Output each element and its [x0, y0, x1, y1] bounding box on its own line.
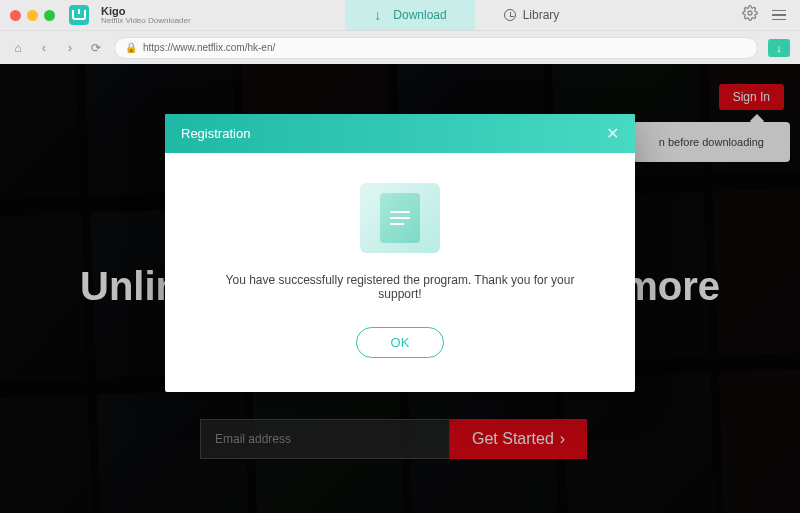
close-icon[interactable]: ✕ — [606, 124, 619, 143]
menu-icon[interactable] — [772, 10, 786, 21]
url-input[interactable]: 🔒 https://www.netflix.com/hk-en/ — [114, 37, 758, 59]
success-document-icon — [360, 183, 440, 253]
tab-library[interactable]: Library — [475, 0, 588, 30]
settings-icon[interactable] — [742, 5, 758, 25]
url-text: https://www.netflix.com/hk-en/ — [143, 42, 275, 53]
lock-icon: 🔒 — [125, 42, 137, 53]
addressbar: ⌂ ‹ › ⟳ 🔒 https://www.netflix.com/hk-en/… — [0, 30, 800, 64]
content-area: Unlin more Email address Get Started › S… — [0, 64, 800, 513]
reload-icon[interactable]: ⟳ — [88, 41, 104, 55]
modal-backdrop: Registration ✕ You have successfully reg… — [0, 64, 800, 513]
titlebar: Kigo Netflix Video Downloader Download L… — [0, 0, 800, 30]
app-logo-icon — [69, 5, 89, 25]
tab-download-label: Download — [393, 8, 446, 22]
window-minimize[interactable] — [27, 10, 38, 21]
modal-body: You have successfully registered the pro… — [165, 153, 635, 392]
right-controls — [742, 5, 786, 25]
tab-library-label: Library — [523, 8, 560, 22]
download-badge-icon[interactable]: ↓ — [768, 39, 790, 57]
clock-icon — [503, 8, 517, 22]
app-title: Kigo — [101, 5, 191, 17]
download-icon — [373, 8, 387, 22]
main-tabs: Download Library — [237, 0, 696, 30]
ok-label: OK — [391, 335, 410, 350]
back-icon[interactable]: ‹ — [36, 41, 52, 55]
app-subtitle: Netflix Video Downloader — [101, 17, 191, 26]
svg-point-0 — [748, 11, 752, 15]
app-title-block: Kigo Netflix Video Downloader — [101, 5, 191, 26]
forward-icon[interactable]: › — [62, 41, 78, 55]
window-maximize[interactable] — [44, 10, 55, 21]
modal-header: Registration ✕ — [165, 114, 635, 153]
modal-title: Registration — [181, 126, 250, 141]
registration-modal: Registration ✕ You have successfully reg… — [165, 114, 635, 392]
home-icon[interactable]: ⌂ — [10, 41, 26, 55]
ok-button[interactable]: OK — [356, 327, 445, 358]
tab-download[interactable]: Download — [345, 0, 474, 30]
modal-message: You have successfully registered the pro… — [205, 273, 595, 301]
window-close[interactable] — [10, 10, 21, 21]
